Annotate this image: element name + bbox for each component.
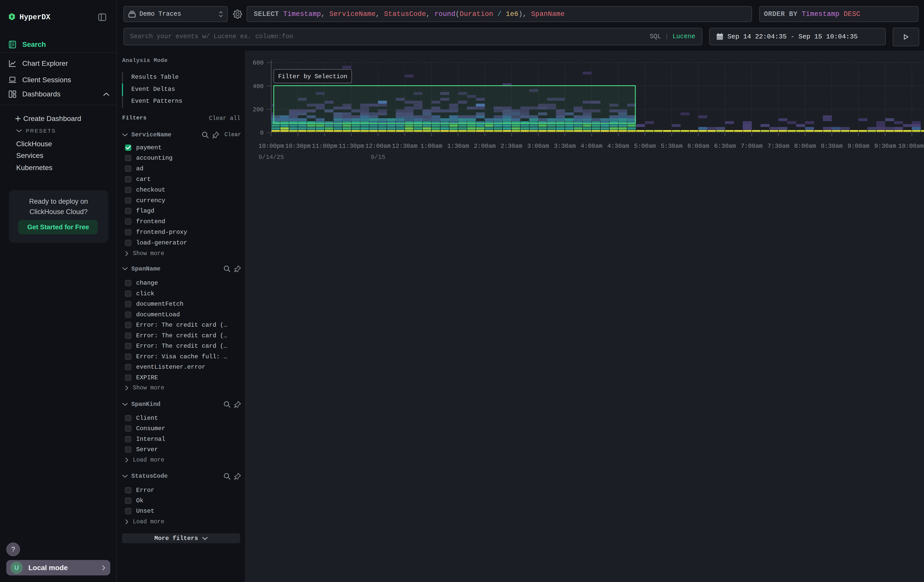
- svg-text:6:00am: 6:00am: [687, 143, 709, 150]
- svg-text:4:30am: 4:30am: [607, 143, 629, 150]
- svg-text:10:30pm: 10:30pm: [285, 143, 311, 150]
- svg-text:2:30am: 2:30am: [500, 143, 522, 150]
- svg-text:8:00am: 8:00am: [794, 143, 816, 150]
- svg-text:12:00am: 12:00am: [365, 143, 391, 150]
- svg-text:200: 200: [253, 106, 264, 113]
- svg-text:5:30am: 5:30am: [661, 143, 682, 150]
- svg-text:1:30am: 1:30am: [447, 143, 469, 150]
- svg-text:9/14/25: 9/14/25: [259, 154, 284, 161]
- svg-text:11:30pm: 11:30pm: [338, 143, 364, 150]
- svg-text:12:30am: 12:30am: [392, 143, 417, 150]
- svg-text:11:00pm: 11:00pm: [312, 143, 338, 150]
- svg-text:9/15: 9/15: [371, 154, 385, 161]
- svg-text:7:00am: 7:00am: [741, 143, 762, 150]
- svg-text:6:30am: 6:30am: [714, 143, 736, 150]
- svg-text:10:00pm: 10:00pm: [259, 143, 284, 150]
- svg-text:10:00am: 10:00am: [898, 143, 924, 150]
- svg-text:7:30am: 7:30am: [767, 143, 789, 150]
- svg-text:600: 600: [253, 59, 264, 66]
- svg-text:2:00am: 2:00am: [474, 143, 496, 150]
- svg-text:4:00am: 4:00am: [581, 143, 602, 150]
- svg-text:8:30am: 8:30am: [821, 143, 843, 150]
- svg-text:0: 0: [260, 130, 264, 137]
- svg-text:3:30am: 3:30am: [554, 143, 576, 150]
- svg-text:1:00am: 1:00am: [421, 143, 442, 150]
- svg-text:9:00am: 9:00am: [848, 143, 870, 150]
- svg-text:5:00am: 5:00am: [634, 143, 656, 150]
- svg-text:3:00am: 3:00am: [527, 143, 549, 150]
- svg-text:9:30am: 9:30am: [874, 143, 896, 150]
- svg-text:400: 400: [253, 83, 264, 90]
- svg-text:Filter by Selection: Filter by Selection: [278, 73, 347, 80]
